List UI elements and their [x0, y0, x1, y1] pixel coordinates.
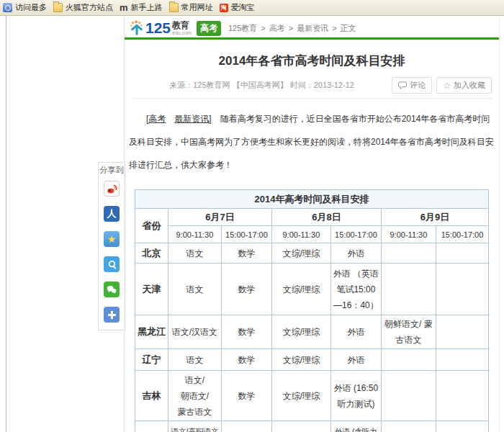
- breadcrumb-home[interactable]: 125教育: [228, 23, 257, 34]
- exam-cell: 外语 (16:50 听力测试): [330, 371, 381, 421]
- exam-cell: 文综/理综: [271, 371, 330, 421]
- share-sina-weibo-icon[interactable]: [104, 181, 120, 197]
- source-row: 来源：125教育网 【中国高考网】 时间：2013-12-12 评论 ☆ 加入收…: [132, 77, 492, 99]
- exam-cell: 文综/理综: [271, 349, 330, 371]
- bookmark-firefox-official[interactable]: 火狐官方站点: [53, 2, 113, 13]
- exam-cell: [381, 371, 436, 421]
- latest-news-link[interactable]: 最新资讯: [174, 114, 209, 124]
- province-cell: 北京: [135, 243, 168, 264]
- exam-cell: 语文/ 朝语文/ 蒙古语文: [168, 371, 221, 421]
- article-title: 2014年各省市高考时间及科目安排: [125, 54, 499, 68]
- exam-cell: 数学: [221, 349, 271, 371]
- article-source: 来源：125教育网 【中国高考网】 时间：2013-12-12: [132, 80, 392, 91]
- comment-icon: [398, 81, 407, 89]
- share-wechat-icon[interactable]: [104, 282, 120, 297]
- breadcrumb-separator: >: [289, 24, 293, 32]
- exam-cell: 语文/高职语文: [168, 421, 221, 432]
- time-header: 9:00-11:30: [381, 226, 436, 243]
- qzone-star-glyph: ★: [107, 233, 117, 245]
- mozilla-icon: m: [120, 3, 128, 12]
- header-divider: [125, 37, 499, 40]
- breadcrumb-gaokao[interactable]: 高考: [269, 23, 285, 34]
- province-cell: 黑龙江: [135, 315, 168, 349]
- gaokao-link[interactable]: 高考: [148, 114, 166, 124]
- exam-cell: [271, 421, 330, 432]
- bookmark-getting-started[interactable]: m 新手上路: [120, 2, 163, 13]
- favorite-label: 加入收藏: [454, 80, 485, 91]
- exam-cell: 文综/理综: [271, 264, 330, 315]
- exam-cell: [381, 349, 436, 371]
- exam-cell: 文综/理综: [271, 315, 330, 349]
- time-header: 15:00-17:00: [436, 226, 488, 243]
- bookmark-common-sites[interactable]: 常用网址: [169, 2, 213, 13]
- breadcrumb-separator: >: [332, 24, 336, 32]
- exam-cell: [221, 421, 271, 432]
- site-logo[interactable]: 125 教育 edu.com: [129, 19, 192, 37]
- folder-icon: [53, 3, 63, 12]
- province-cell: 吉林: [135, 371, 168, 421]
- exam-cell: [436, 349, 488, 371]
- exam-cell: 外语: [330, 243, 381, 264]
- time-header: 9:00-11:30: [168, 226, 221, 243]
- time-header: 15:00-17:00: [330, 226, 381, 243]
- share-tencent-weibo-icon[interactable]: [104, 256, 120, 272]
- province-cell: [135, 421, 168, 432]
- province-cell: 天津: [135, 264, 168, 315]
- breadcrumb-latest-news[interactable]: 最新资讯: [297, 23, 328, 34]
- exam-cell: [436, 421, 488, 432]
- exam-cell: [436, 243, 488, 264]
- favorite-button[interactable]: ☆ 加入收藏: [436, 77, 492, 94]
- date-header: 6月9日: [381, 209, 488, 226]
- share-widget: 分享到 人 ★: [98, 162, 125, 330]
- province-header: 省份: [135, 209, 168, 243]
- logo-subtext: edu.com: [172, 30, 192, 35]
- exam-cell: [436, 371, 488, 421]
- comment-button[interactable]: 评论: [392, 77, 432, 94]
- bookmark-most-visited[interactable]: 访问最多: [3, 2, 47, 13]
- share-more-icon[interactable]: [104, 307, 120, 323]
- bookmark-label: 火狐官方站点: [66, 2, 113, 13]
- bookmark-label: 常用网址: [181, 2, 213, 13]
- folder-icon: [169, 3, 179, 12]
- breadcrumb: 125教育 > 高考 > 最新资讯 > 正文: [228, 23, 356, 34]
- logo-text: 教育: [172, 21, 192, 30]
- page: 125 教育 edu.com 高考 125教育 > 高考 > 最新资讯 > 正文…: [0, 16, 504, 432]
- bookmark-aitaobao[interactable]: 淘 爱淘宝: [220, 2, 255, 13]
- exam-cell: [381, 421, 436, 432]
- logo-icon: [129, 20, 145, 36]
- comment-label: 评论: [410, 80, 426, 91]
- breadcrumb-article[interactable]: 正文: [341, 23, 356, 34]
- logo-number: 125: [145, 19, 171, 37]
- exam-cell: [381, 243, 436, 264]
- exam-cell: 语文: [168, 243, 221, 264]
- share-qzone-icon[interactable]: ★: [104, 231, 120, 247]
- exam-cell: 外语 （英语笔试15:00—16：40）: [330, 264, 381, 315]
- exam-schedule-table: 2014年高考时间及科目安排 省份 6月7日 6月8日 6月9日 9:00-11…: [135, 189, 489, 432]
- bookmark-label: 爱淘宝: [231, 2, 255, 13]
- bookmark-label: 新手上路: [131, 2, 163, 13]
- renren-glyph: 人: [107, 207, 117, 220]
- content-area: 125 教育 edu.com 高考 125教育 > 高考 > 最新资讯 > 正文…: [124, 16, 500, 432]
- exam-cell: [436, 264, 488, 315]
- exam-cell: 文综/理综: [271, 243, 330, 264]
- history-icon: [3, 3, 12, 12]
- exam-cell: [436, 315, 488, 349]
- article-paragraph: [高考 最新资讯] 随着高考复习的进行，近日全国各省市开始公布2014年各省市高…: [129, 107, 495, 176]
- exam-cell: 朝鲜语文/ 蒙古语文: [381, 315, 436, 349]
- exam-cell: 外语: [330, 315, 381, 349]
- gaokao-channel-badge[interactable]: 高考: [197, 21, 221, 36]
- exam-cell: 数学: [221, 371, 271, 421]
- share-renren-icon[interactable]: 人: [104, 206, 120, 222]
- province-cell: 辽宁: [135, 349, 168, 371]
- taobao-icon: 淘: [220, 4, 228, 12]
- exam-cell: 数学: [221, 264, 271, 315]
- paragraph-text: [166, 114, 174, 124]
- exam-cell: [381, 264, 436, 315]
- exam-cell: 外语 (含听力: [330, 421, 381, 432]
- exam-cell: 语文: [168, 264, 221, 315]
- date-header: 6月7日: [168, 209, 271, 226]
- time-header: 15:00-17:00: [221, 226, 271, 243]
- left-border-line: [6, 16, 6, 432]
- bookmark-label: 访问最多: [15, 2, 47, 13]
- exam-table-title: 2014年高考时间及科目安排: [135, 190, 488, 209]
